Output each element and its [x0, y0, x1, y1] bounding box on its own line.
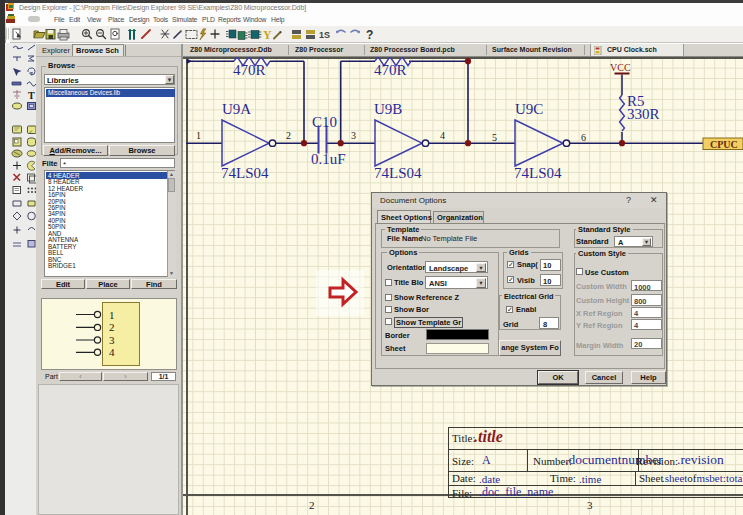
svg-text:3: 3: [109, 334, 115, 346]
svg-text:1: 1: [109, 309, 115, 321]
svg-text:1S: 1S: [319, 30, 330, 40]
svg-text:2: 2: [109, 321, 115, 333]
svg-text:T: T: [28, 90, 35, 101]
svg-text:?: ?: [366, 28, 373, 42]
svg-text:Y: Y: [263, 28, 272, 42]
svg-text:4: 4: [109, 346, 115, 358]
